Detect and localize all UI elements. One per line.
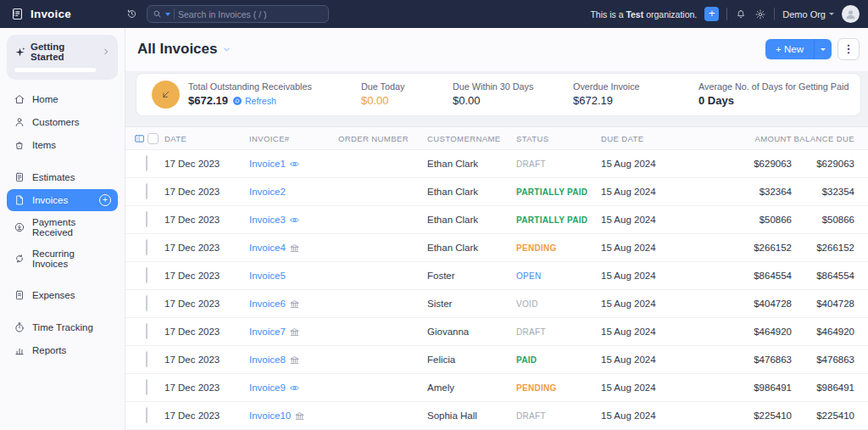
search-scope-caret-icon[interactable] — [165, 13, 170, 16]
table-row[interactable]: 17 Dec 2023 Invoice9 Amely PENDING 15 Au… — [125, 374, 868, 402]
row-checkbox[interactable] — [146, 379, 147, 395]
sidebar-item-invoices[interactable]: Invoices + — [7, 189, 118, 211]
search-icon — [153, 9, 162, 19]
invoice-link[interactable]: Invoice8 — [249, 355, 286, 365]
table-row[interactable]: 17 Dec 2023 Invoice7 Giovanna DRAFT 15 A… — [125, 318, 868, 346]
sidebar-item-expenses[interactable]: Expenses — [7, 284, 118, 306]
sidebar-item-reports[interactable]: Reports — [7, 339, 118, 361]
eye-icon[interactable] — [289, 215, 300, 226]
col-invoice[interactable]: INVOICE# — [249, 134, 338, 143]
invoice-link[interactable]: Invoice3 — [249, 215, 286, 225]
table-row[interactable]: 17 Dec 2023 Invoice4 Ethan Clark PENDING… — [125, 234, 868, 262]
row-checkbox[interactable] — [146, 351, 147, 367]
invoice-file-icon — [14, 194, 25, 206]
invoice-date: 17 Dec 2023 — [164, 243, 249, 253]
row-checkbox[interactable] — [146, 295, 147, 311]
stopwatch-icon — [14, 321, 25, 333]
invoice-link[interactable]: Invoice5 — [249, 271, 286, 281]
settings-gear-icon[interactable] — [754, 8, 766, 20]
sidebar-item-payments-received[interactable]: Payments Received — [7, 212, 118, 243]
table-row[interactable]: 17 Dec 2023 Invoice1 Ethan Clark DRAFT 1… — [125, 150, 868, 178]
table-header-row: DATE INVOICE# ORDER NUMBER CUSTOMERNAME … — [125, 127, 868, 150]
invoice-link[interactable]: Invoice6 — [249, 299, 286, 309]
sidebar-item-items[interactable]: Items — [7, 134, 118, 156]
row-checkbox[interactable] — [146, 239, 147, 255]
getting-started-card[interactable]: Getting Started — [7, 35, 118, 80]
bank-icon[interactable] — [294, 410, 305, 422]
quick-add-icon[interactable]: + — [704, 7, 719, 21]
basket-icon — [14, 139, 25, 151]
col-order-number[interactable]: ORDER NUMBER — [338, 134, 427, 143]
status-badge: PENDING — [516, 383, 601, 393]
col-customer[interactable]: CUSTOMERNAME — [427, 134, 516, 143]
notifications-bell-icon[interactable] — [735, 8, 747, 20]
invoice-date: 17 Dec 2023 — [164, 271, 249, 281]
status-badge: OPEN — [516, 271, 601, 281]
row-checkbox[interactable] — [146, 211, 147, 227]
overdue-card: Overdue Invoice $672.19 — [561, 81, 687, 107]
more-options-kebab-icon[interactable]: ⋮ — [837, 38, 860, 60]
col-date[interactable]: DATE — [164, 134, 249, 143]
bank-icon[interactable] — [289, 355, 300, 366]
home-icon — [14, 93, 25, 105]
row-checkbox[interactable] — [146, 323, 147, 339]
sidebar-item-estimates[interactable]: Estimates — [7, 166, 118, 188]
bank-icon[interactable] — [289, 327, 300, 338]
sidebar-item-customers[interactable]: Customers — [7, 111, 118, 133]
invoice-link[interactable]: Invoice10 — [249, 410, 291, 421]
app-logo[interactable]: Invoice — [0, 7, 125, 21]
avg-days-value: 0 Days — [698, 94, 849, 107]
org-switcher[interactable]: Demo Org — [782, 9, 834, 20]
col-due-date[interactable]: DUE DATE — [601, 134, 711, 143]
col-amount[interactable]: AMOUNT — [711, 134, 792, 143]
eye-icon[interactable] — [289, 159, 300, 170]
table-row[interactable]: 17 Dec 2023 Invoice5 Foster OPEN 15 Aug … — [125, 262, 868, 290]
balance-due: $464920 — [792, 327, 868, 337]
new-button-caret[interactable] — [814, 39, 832, 59]
invoice-link[interactable]: Invoice9 — [249, 383, 286, 393]
invoice-link[interactable]: Invoice2 — [249, 187, 286, 197]
row-checkbox[interactable] — [146, 183, 147, 199]
select-all-checkbox[interactable] — [147, 133, 159, 144]
balance-due: $50866 — [792, 215, 868, 225]
search-input[interactable] — [178, 9, 323, 20]
avg-days-card: Average No. of Days for Getting Paid 0 D… — [687, 81, 860, 107]
eye-icon[interactable] — [289, 383, 300, 394]
sidebar-item-home[interactable]: Home — [7, 88, 118, 110]
sidebar-item-recurring-invoices[interactable]: Recurring Invoices — [7, 243, 118, 274]
user-avatar[interactable] — [842, 5, 860, 23]
due-date: 15 Aug 2024 — [601, 327, 711, 337]
row-checkbox[interactable] — [146, 155, 147, 171]
customer-name: Giovanna — [427, 327, 516, 337]
sidebar-item-time-tracking[interactable]: Time Tracking — [7, 316, 118, 338]
new-invoice-button[interactable]: + New — [765, 39, 832, 59]
table-row[interactable]: 17 Dec 2023 Invoice8 Felicia PAID 15 Aug… — [125, 346, 868, 374]
due-30-days-value: $0.00 — [453, 94, 549, 107]
invoice-date: 17 Dec 2023 — [164, 355, 249, 365]
refresh-button[interactable]: Refresh — [232, 96, 276, 106]
customer-name: Amely — [427, 383, 516, 393]
add-invoice-icon[interactable]: + — [99, 194, 111, 206]
page-title[interactable]: All Invoices — [137, 41, 231, 58]
row-checkbox[interactable] — [146, 267, 147, 283]
customize-columns-icon[interactable] — [134, 133, 145, 144]
invoice-link[interactable]: Invoice4 — [249, 243, 286, 253]
due-date: 15 Aug 2024 — [601, 159, 711, 169]
invoice-link[interactable]: Invoice1 — [249, 159, 286, 169]
invoice-link[interactable]: Invoice7 — [249, 327, 286, 337]
customer-name: Sophia Hall — [427, 410, 516, 421]
bank-icon[interactable] — [289, 299, 300, 310]
chevron-right-icon — [102, 47, 110, 56]
invoice-date: 17 Dec 2023 — [164, 327, 249, 337]
table-row[interactable]: 17 Dec 2023 Invoice6 Sister VOID 15 Aug … — [125, 290, 868, 318]
col-status[interactable]: STATUS — [516, 134, 601, 143]
table-row[interactable]: 17 Dec 2023 Invoice2 Ethan Clark PARTIAL… — [125, 178, 868, 206]
row-checkbox[interactable] — [146, 407, 147, 423]
col-balance-due[interactable]: BALANCE DUE — [792, 134, 868, 143]
recent-history-icon[interactable] — [125, 8, 138, 20]
bank-icon[interactable] — [289, 243, 300, 254]
global-search[interactable] — [147, 5, 329, 23]
new-button-label[interactable]: + New — [765, 39, 814, 59]
table-row[interactable]: 17 Dec 2023 Invoice10 Sophia Hall DRAFT … — [125, 402, 868, 430]
table-row[interactable]: 17 Dec 2023 Invoice3 Ethan Clark PARTIAL… — [125, 206, 868, 234]
